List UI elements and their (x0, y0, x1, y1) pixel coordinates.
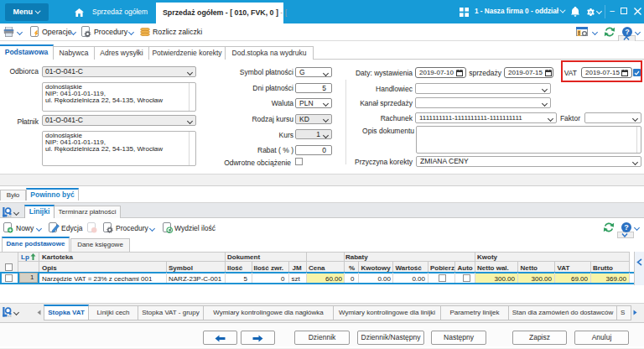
svg-text:?: ? (624, 223, 629, 232)
svg-text:!: ! (578, 30, 579, 36)
svg-text:?: ? (625, 28, 630, 36)
